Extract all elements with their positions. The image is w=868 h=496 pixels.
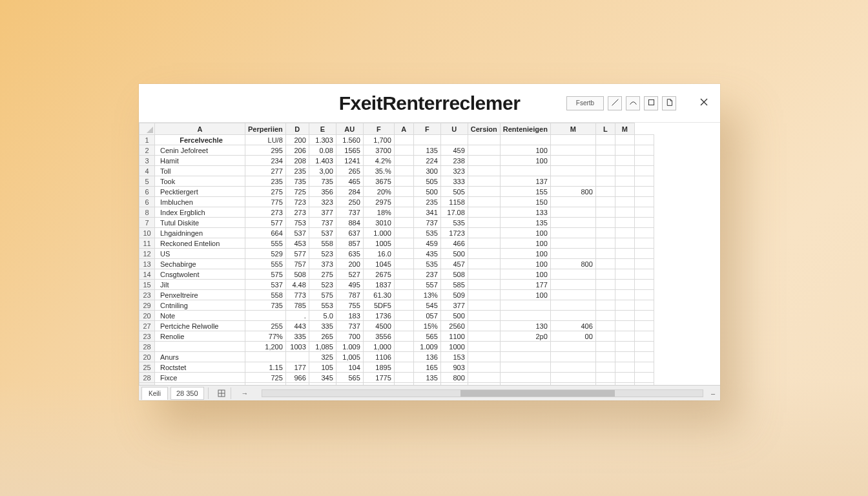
cell[interactable] — [500, 373, 550, 383]
row-header[interactable]: 12 — [140, 249, 155, 259]
cell[interactable]: 057 — [413, 311, 440, 321]
cell[interactable] — [634, 280, 654, 290]
cell[interactable]: 555 — [245, 259, 286, 269]
cell[interactable]: 183 — [336, 311, 363, 321]
cell[interactable] — [634, 207, 654, 218]
cell[interactable] — [595, 218, 615, 228]
cell[interactable]: 373 — [309, 259, 336, 269]
cell[interactable] — [550, 197, 595, 207]
cell[interactable] — [394, 269, 413, 280]
row-header[interactable]: 20 — [140, 352, 155, 362]
cell[interactable] — [634, 228, 654, 238]
cell[interactable] — [634, 145, 654, 156]
cell[interactable]: 4.2% — [363, 156, 394, 166]
cell[interactable] — [615, 290, 634, 300]
cell[interactable]: 35.% — [363, 166, 394, 176]
cell[interactable]: 1723 — [440, 228, 468, 238]
cell[interactable] — [634, 269, 654, 280]
cell[interactable]: Cnsgtwolent — [155, 269, 245, 280]
cell[interactable]: 325 — [309, 352, 336, 362]
cell[interactable]: 235 — [413, 197, 440, 207]
cell[interactable] — [615, 331, 634, 342]
cell[interactable]: 5.0 — [309, 311, 336, 321]
column-header[interactable]: D — [285, 123, 309, 135]
cell[interactable] — [595, 228, 615, 238]
column-header[interactable]: E — [309, 123, 336, 135]
cell[interactable]: 527 — [336, 269, 363, 280]
cell[interactable]: 150 — [500, 197, 550, 207]
cell[interactable]: 284 — [336, 187, 363, 197]
cell[interactable] — [468, 321, 500, 331]
cell[interactable]: 323 — [440, 166, 468, 176]
row-header[interactable]: 23 — [140, 290, 155, 300]
row-header[interactable]: 6 — [140, 197, 155, 207]
cell[interactable] — [394, 342, 413, 352]
row-header[interactable]: 20 — [140, 311, 155, 321]
row-header[interactable]: 13 — [140, 259, 155, 269]
cell[interactable] — [468, 290, 500, 300]
cell[interactable] — [394, 187, 413, 197]
cell[interactable]: 135 — [413, 373, 440, 383]
row-header[interactable]: 23 — [140, 331, 155, 342]
cell[interactable]: 509 — [440, 290, 468, 300]
cell[interactable] — [595, 321, 615, 331]
row-header[interactable]: 15 — [140, 280, 155, 290]
cell[interactable]: 15% — [413, 321, 440, 331]
cell[interactable]: 1.15 — [245, 362, 286, 373]
cell[interactable]: 753 — [285, 218, 309, 228]
cell[interactable] — [615, 373, 634, 383]
cell[interactable] — [550, 145, 595, 156]
cell[interactable]: 735 — [245, 300, 286, 311]
cell[interactable] — [468, 218, 500, 228]
cell[interactable]: 2975 — [363, 197, 394, 207]
cell[interactable] — [634, 321, 654, 331]
cell[interactable]: 664 — [245, 228, 286, 238]
toolbar-line1-button[interactable] — [608, 96, 622, 110]
cell[interactable]: 250 — [336, 197, 363, 207]
cell[interactable]: 206 — [285, 145, 309, 156]
cell[interactable]: 800 — [550, 259, 595, 269]
cell[interactable]: Note — [155, 311, 245, 321]
cell[interactable] — [595, 135, 615, 145]
cell[interactable]: Imbluchen — [155, 197, 245, 207]
cell[interactable] — [595, 352, 615, 362]
cell[interactable] — [550, 342, 595, 352]
cell[interactable] — [550, 352, 595, 362]
row-header[interactable]: 8 — [140, 207, 155, 218]
cell[interactable] — [468, 228, 500, 238]
cell[interactable]: 1045 — [363, 259, 394, 269]
cell[interactable]: 505 — [440, 187, 468, 197]
column-header[interactable]: Rentenieigen — [500, 123, 550, 135]
cell[interactable] — [500, 135, 550, 145]
cell[interactable] — [634, 311, 654, 321]
cell[interactable]: 1.303 — [309, 135, 336, 145]
grid-icon[interactable] — [216, 388, 227, 398]
cell[interactable] — [615, 300, 634, 311]
cell[interactable]: Cenin Jefolreet — [155, 145, 245, 156]
cell[interactable]: 277 — [245, 166, 286, 176]
cell[interactable]: 457 — [440, 259, 468, 269]
cell[interactable]: Lhgaidningen — [155, 228, 245, 238]
cell[interactable]: Pecktiergert — [155, 187, 245, 197]
cell[interactable] — [615, 342, 634, 352]
cell[interactable]: 1241 — [336, 156, 363, 166]
cell[interactable] — [468, 145, 500, 156]
cell[interactable] — [394, 311, 413, 321]
cell[interactable]: 377 — [309, 207, 336, 218]
cell[interactable]: 787 — [336, 290, 363, 300]
row-header[interactable]: 29 — [140, 300, 155, 311]
cell[interactable] — [394, 362, 413, 373]
row-header[interactable]: 1 — [140, 135, 155, 145]
cell[interactable] — [550, 135, 595, 145]
cell[interactable]: 100 — [500, 269, 550, 280]
cell[interactable]: 335 — [285, 331, 309, 342]
cell[interactable] — [634, 156, 654, 166]
cell[interactable]: 1895 — [363, 362, 394, 373]
cell[interactable] — [615, 176, 634, 187]
cell[interactable] — [394, 207, 413, 218]
cell[interactable]: 255 — [245, 321, 286, 331]
cell[interactable] — [500, 166, 550, 176]
cell[interactable]: 557 — [413, 280, 440, 290]
cell[interactable]: Pertciche Relwolle — [155, 321, 245, 331]
cell[interactable] — [468, 342, 500, 352]
